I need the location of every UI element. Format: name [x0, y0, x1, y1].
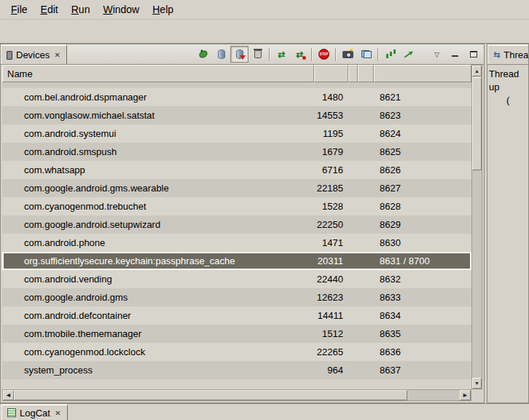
dump-hprof-icon[interactable] [230, 46, 248, 63]
port-cell: 8637 [374, 365, 471, 376]
scroll-down-icon[interactable] [472, 378, 482, 389]
column-header-port[interactable] [374, 65, 471, 82]
port-cell: 8627 [374, 183, 471, 194]
horizontal-scroll-thumb[interactable] [14, 390, 407, 400]
menu-file[interactable]: File [4, 1, 34, 17]
update-heap-icon[interactable] [212, 46, 230, 63]
table-body: com.bel.android.dspmanager14808621com.vo… [2, 82, 471, 379]
pid-cell: 1528 [314, 201, 348, 212]
scroll-up-icon[interactable] [472, 66, 482, 76]
table-row[interactable]: com.android.systemui11958624 [2, 124, 471, 143]
process-name-cell: com.android.smspush [2, 146, 314, 157]
vertical-scrollbar[interactable] [471, 65, 482, 389]
column-header-pid[interactable] [314, 65, 348, 82]
debug-process-icon[interactable] [194, 46, 212, 63]
menu-help[interactable]: Help [146, 1, 180, 17]
port-cell: 8635 [374, 328, 471, 339]
vertical-scroll-thumb[interactable] [472, 77, 482, 170]
pid-cell: 22440 [314, 274, 348, 285]
menu-window[interactable]: Window [96, 1, 146, 17]
table-row[interactable]: com.bel.android.dspmanager14808621 [2, 88, 471, 106]
pid-cell: 14411 [314, 310, 348, 321]
cause-gc-icon[interactable] [248, 46, 267, 63]
process-name-cell: com.android.vending [2, 274, 314, 285]
minimize-icon[interactable] [446, 46, 464, 63]
bars-icon [385, 49, 395, 59]
table-row[interactable]: com.google.android.gms126238633 [2, 288, 471, 306]
table-row[interactable]: com.cyanogenmod.lockclock222658636 [2, 343, 471, 361]
table-row[interactable]: com.whatsapp67168626 [2, 161, 471, 179]
stop-process-icon[interactable]: STOP [315, 46, 333, 63]
update-threads-icon[interactable] [273, 46, 291, 63]
column-header-name[interactable]: Name [2, 65, 314, 82]
close-icon[interactable] [54, 409, 62, 417]
table-row[interactable]: com.android.defcontainer144118634 [2, 306, 471, 325]
threads-panel: Threa Thread up ( [487, 44, 529, 403]
table-row[interactable]: org.sufficientlysecure.keychain:passphra… [2, 252, 471, 270]
tab-logcat[interactable]: LogCat [1, 404, 68, 420]
table-row[interactable]: com.google.android.setupwizard222508629 [2, 215, 471, 234]
close-icon[interactable] [53, 51, 61, 59]
threads-message-line2: ( [489, 94, 527, 107]
devices-tabbar: Devices STOP [1, 44, 484, 65]
table-row[interactable]: com.android.smspush16798625 [2, 143, 471, 161]
port-cell: 8628 [374, 201, 471, 212]
table-row[interactable]: com.vonglasow.michael.satstat145538623 [2, 106, 471, 124]
main-toolbar [0, 19, 529, 44]
table-row[interactable]: com.android.phone14718630 [2, 234, 471, 252]
scroll-right-icon[interactable] [460, 390, 471, 400]
threads-tabbar: Threa [487, 44, 528, 65]
port-cell: 8629 [374, 219, 471, 230]
method-profiling-icon[interactable] [291, 46, 309, 63]
threads-arrows-icon [278, 50, 285, 59]
process-name-cell: system_process [2, 365, 314, 376]
process-table: Name com.bel.android.dspmanager14808621c… [2, 65, 482, 401]
partial-row [2, 82, 471, 88]
port-cell: 8634 [374, 310, 471, 321]
column-header-3[interactable] [348, 65, 358, 82]
threads-message: Thread up ( [487, 65, 528, 107]
view-menu-icon[interactable] [428, 46, 446, 63]
profiling-arrows-icon [296, 50, 303, 59]
menu-run[interactable]: Run [65, 1, 97, 17]
bug-icon [197, 49, 208, 60]
system-info-icon[interactable] [381, 46, 399, 63]
menu-edit[interactable]: Edit [34, 1, 65, 17]
process-name-cell: com.android.phone [2, 237, 314, 248]
displays-icon [361, 50, 372, 58]
maximize-icon[interactable] [464, 46, 482, 63]
menubar: File Edit Run Window Help [0, 0, 529, 19]
table-row[interactable]: com.tmobile.thememanager15128635 [2, 325, 471, 343]
table-row[interactable]: com.cyanogenmod.trebuchet15288628 [2, 197, 471, 215]
port-cell: 8636 [374, 346, 471, 357]
screen-capture-icon[interactable] [339, 46, 357, 63]
network-stats-icon[interactable] [399, 46, 418, 63]
pid-cell: 1480 [314, 92, 348, 103]
process-name-cell: com.whatsapp [2, 165, 314, 175]
horizontal-scrollbar[interactable] [2, 389, 471, 401]
scroll-left-icon[interactable] [3, 390, 14, 400]
table-row[interactable]: system_process9648637 [2, 361, 471, 379]
trash-icon [254, 50, 262, 58]
tab-threads[interactable]: Threa [487, 44, 529, 64]
table-row[interactable]: com.google.android.gms.wearable221858627 [2, 179, 471, 197]
dual-screen-icon[interactable] [357, 46, 375, 63]
port-cell: 8621 [374, 92, 471, 103]
camera-icon [342, 51, 353, 58]
tab-devices[interactable]: Devices [1, 44, 67, 64]
table-row[interactable]: com.android.vending224408632 [2, 270, 471, 288]
tab-devices-label: Devices [16, 49, 50, 60]
toolbar-separator [377, 48, 379, 61]
pid-cell: 964 [314, 365, 348, 376]
port-cell: 8625 [374, 146, 471, 157]
pid-cell: 22185 [314, 183, 348, 194]
column-header-4[interactable] [358, 65, 374, 82]
pid-cell: 12623 [314, 292, 348, 303]
devices-toolbar: STOP [194, 44, 482, 64]
process-name-cell: com.cyanogenmod.lockclock [2, 346, 314, 357]
port-cell: 8631 / 8700 [374, 255, 471, 266]
pid-cell: 1512 [314, 328, 348, 339]
pid-cell: 1471 [314, 237, 348, 248]
pid-cell: 20311 [314, 255, 348, 266]
maximize-glyph-icon [470, 51, 477, 58]
